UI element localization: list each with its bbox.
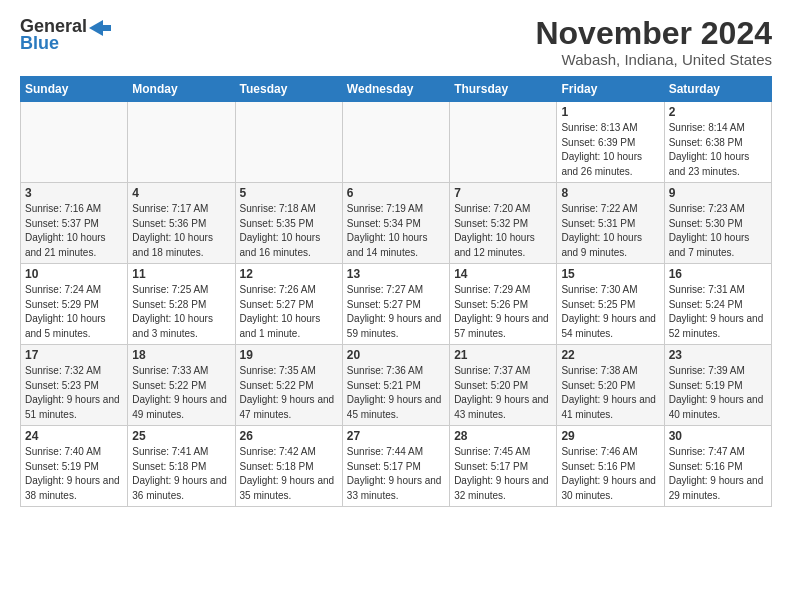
day-number: 5 <box>240 186 338 200</box>
calendar-cell: 24Sunrise: 7:40 AMSunset: 5:19 PMDayligh… <box>21 426 128 507</box>
calendar-cell: 5Sunrise: 7:18 AMSunset: 5:35 PMDaylight… <box>235 183 342 264</box>
calendar-cell: 19Sunrise: 7:35 AMSunset: 5:22 PMDayligh… <box>235 345 342 426</box>
day-info: Sunrise: 7:17 AMSunset: 5:36 PMDaylight:… <box>132 202 230 260</box>
day-info: Sunrise: 7:18 AMSunset: 5:35 PMDaylight:… <box>240 202 338 260</box>
day-number: 13 <box>347 267 445 281</box>
col-monday: Monday <box>128 77 235 102</box>
day-info: Sunrise: 7:39 AMSunset: 5:19 PMDaylight:… <box>669 364 767 422</box>
day-info: Sunrise: 7:41 AMSunset: 5:18 PMDaylight:… <box>132 445 230 503</box>
logo: General Blue <box>20 16 111 54</box>
calendar-cell: 26Sunrise: 7:42 AMSunset: 5:18 PMDayligh… <box>235 426 342 507</box>
day-number: 17 <box>25 348 123 362</box>
page-container: General Blue November 2024 Wabash, India… <box>0 0 792 517</box>
calendar-cell: 11Sunrise: 7:25 AMSunset: 5:28 PMDayligh… <box>128 264 235 345</box>
col-friday: Friday <box>557 77 664 102</box>
calendar-cell: 27Sunrise: 7:44 AMSunset: 5:17 PMDayligh… <box>342 426 449 507</box>
day-info: Sunrise: 7:22 AMSunset: 5:31 PMDaylight:… <box>561 202 659 260</box>
day-number: 7 <box>454 186 552 200</box>
calendar-cell <box>235 102 342 183</box>
day-info: Sunrise: 8:14 AMSunset: 6:38 PMDaylight:… <box>669 121 767 179</box>
calendar-cell: 25Sunrise: 7:41 AMSunset: 5:18 PMDayligh… <box>128 426 235 507</box>
day-info: Sunrise: 7:23 AMSunset: 5:30 PMDaylight:… <box>669 202 767 260</box>
day-number: 2 <box>669 105 767 119</box>
day-info: Sunrise: 7:45 AMSunset: 5:17 PMDaylight:… <box>454 445 552 503</box>
day-number: 26 <box>240 429 338 443</box>
day-number: 23 <box>669 348 767 362</box>
calendar-cell <box>21 102 128 183</box>
calendar-cell <box>450 102 557 183</box>
col-wednesday: Wednesday <box>342 77 449 102</box>
day-number: 4 <box>132 186 230 200</box>
calendar-cell: 29Sunrise: 7:46 AMSunset: 5:16 PMDayligh… <box>557 426 664 507</box>
calendar-cell: 18Sunrise: 7:33 AMSunset: 5:22 PMDayligh… <box>128 345 235 426</box>
calendar-cell: 30Sunrise: 7:47 AMSunset: 5:16 PMDayligh… <box>664 426 771 507</box>
day-info: Sunrise: 7:37 AMSunset: 5:20 PMDaylight:… <box>454 364 552 422</box>
day-number: 8 <box>561 186 659 200</box>
svg-marker-0 <box>89 20 111 36</box>
day-info: Sunrise: 7:25 AMSunset: 5:28 PMDaylight:… <box>132 283 230 341</box>
header-row: Sunday Monday Tuesday Wednesday Thursday… <box>21 77 772 102</box>
calendar-cell: 3Sunrise: 7:16 AMSunset: 5:37 PMDaylight… <box>21 183 128 264</box>
day-number: 18 <box>132 348 230 362</box>
day-info: Sunrise: 7:27 AMSunset: 5:27 PMDaylight:… <box>347 283 445 341</box>
day-number: 15 <box>561 267 659 281</box>
week-row-2: 3Sunrise: 7:16 AMSunset: 5:37 PMDaylight… <box>21 183 772 264</box>
calendar-cell: 17Sunrise: 7:32 AMSunset: 5:23 PMDayligh… <box>21 345 128 426</box>
day-number: 22 <box>561 348 659 362</box>
logo-arrow-icon <box>89 20 111 36</box>
day-number: 11 <box>132 267 230 281</box>
day-number: 27 <box>347 429 445 443</box>
day-info: Sunrise: 7:31 AMSunset: 5:24 PMDaylight:… <box>669 283 767 341</box>
day-number: 9 <box>669 186 767 200</box>
calendar-cell: 15Sunrise: 7:30 AMSunset: 5:25 PMDayligh… <box>557 264 664 345</box>
calendar-cell: 21Sunrise: 7:37 AMSunset: 5:20 PMDayligh… <box>450 345 557 426</box>
day-number: 20 <box>347 348 445 362</box>
header: General Blue November 2024 Wabash, India… <box>20 16 772 68</box>
day-number: 30 <box>669 429 767 443</box>
calendar-cell: 23Sunrise: 7:39 AMSunset: 5:19 PMDayligh… <box>664 345 771 426</box>
day-number: 12 <box>240 267 338 281</box>
day-number: 1 <box>561 105 659 119</box>
week-row-1: 1Sunrise: 8:13 AMSunset: 6:39 PMDaylight… <box>21 102 772 183</box>
calendar-cell: 1Sunrise: 8:13 AMSunset: 6:39 PMDaylight… <box>557 102 664 183</box>
location: Wabash, Indiana, United States <box>535 51 772 68</box>
calendar-table: Sunday Monday Tuesday Wednesday Thursday… <box>20 76 772 507</box>
day-info: Sunrise: 7:19 AMSunset: 5:34 PMDaylight:… <box>347 202 445 260</box>
day-info: Sunrise: 7:24 AMSunset: 5:29 PMDaylight:… <box>25 283 123 341</box>
col-tuesday: Tuesday <box>235 77 342 102</box>
day-number: 29 <box>561 429 659 443</box>
day-info: Sunrise: 7:20 AMSunset: 5:32 PMDaylight:… <box>454 202 552 260</box>
day-info: Sunrise: 7:30 AMSunset: 5:25 PMDaylight:… <box>561 283 659 341</box>
calendar-cell: 22Sunrise: 7:38 AMSunset: 5:20 PMDayligh… <box>557 345 664 426</box>
day-number: 10 <box>25 267 123 281</box>
day-number: 16 <box>669 267 767 281</box>
col-saturday: Saturday <box>664 77 771 102</box>
day-info: Sunrise: 7:35 AMSunset: 5:22 PMDaylight:… <box>240 364 338 422</box>
day-info: Sunrise: 8:13 AMSunset: 6:39 PMDaylight:… <box>561 121 659 179</box>
day-number: 3 <box>25 186 123 200</box>
day-info: Sunrise: 7:36 AMSunset: 5:21 PMDaylight:… <box>347 364 445 422</box>
day-info: Sunrise: 7:42 AMSunset: 5:18 PMDaylight:… <box>240 445 338 503</box>
day-number: 25 <box>132 429 230 443</box>
day-info: Sunrise: 7:40 AMSunset: 5:19 PMDaylight:… <box>25 445 123 503</box>
calendar-cell: 14Sunrise: 7:29 AMSunset: 5:26 PMDayligh… <box>450 264 557 345</box>
day-info: Sunrise: 7:46 AMSunset: 5:16 PMDaylight:… <box>561 445 659 503</box>
calendar-cell: 28Sunrise: 7:45 AMSunset: 5:17 PMDayligh… <box>450 426 557 507</box>
calendar-cell <box>342 102 449 183</box>
calendar-cell: 10Sunrise: 7:24 AMSunset: 5:29 PMDayligh… <box>21 264 128 345</box>
calendar-cell: 20Sunrise: 7:36 AMSunset: 5:21 PMDayligh… <box>342 345 449 426</box>
day-number: 14 <box>454 267 552 281</box>
day-number: 21 <box>454 348 552 362</box>
col-sunday: Sunday <box>21 77 128 102</box>
calendar-cell: 4Sunrise: 7:17 AMSunset: 5:36 PMDaylight… <box>128 183 235 264</box>
day-info: Sunrise: 7:16 AMSunset: 5:37 PMDaylight:… <box>25 202 123 260</box>
day-info: Sunrise: 7:29 AMSunset: 5:26 PMDaylight:… <box>454 283 552 341</box>
week-row-5: 24Sunrise: 7:40 AMSunset: 5:19 PMDayligh… <box>21 426 772 507</box>
calendar-cell: 9Sunrise: 7:23 AMSunset: 5:30 PMDaylight… <box>664 183 771 264</box>
calendar-cell: 13Sunrise: 7:27 AMSunset: 5:27 PMDayligh… <box>342 264 449 345</box>
week-row-3: 10Sunrise: 7:24 AMSunset: 5:29 PMDayligh… <box>21 264 772 345</box>
logo-blue: Blue <box>20 33 59 54</box>
title-block: November 2024 Wabash, Indiana, United St… <box>535 16 772 68</box>
day-number: 19 <box>240 348 338 362</box>
calendar-cell <box>128 102 235 183</box>
